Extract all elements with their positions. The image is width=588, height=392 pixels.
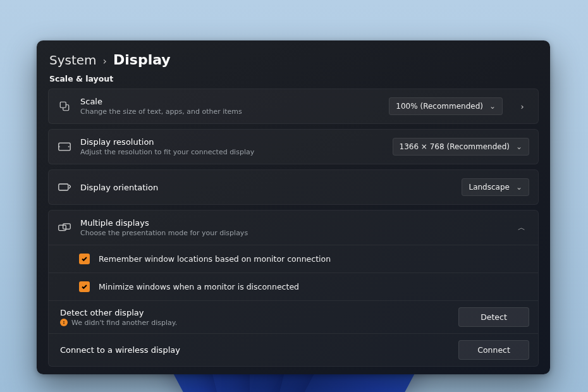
checkbox-row-remember-locations[interactable]: Remember window locations based on monit… — [49, 245, 538, 273]
checkbox-checked-icon[interactable] — [79, 281, 90, 292]
detect-display-row: Detect other display We didn't find anot… — [49, 300, 538, 333]
multiple-displays-header[interactable]: Multiple displays Choose the presentatio… — [49, 211, 538, 245]
connect-button[interactable]: Connect — [458, 340, 529, 360]
chevron-right-icon[interactable]: › — [515, 102, 529, 111]
chevron-down-icon: ⌄ — [516, 142, 522, 151]
dropdown-value: 1366 × 768 (Recommended) — [400, 142, 510, 151]
setting-row-multiple-displays: Multiple displays Choose the presentatio… — [48, 210, 539, 367]
setting-row-resolution[interactable]: Display resolution Adjust the resolution… — [48, 129, 539, 164]
svg-point-5 — [63, 321, 64, 322]
setting-title: Multiple displays — [80, 218, 505, 228]
orientation-dropdown[interactable]: Landscape ⌄ — [462, 178, 529, 196]
scale-dropdown[interactable]: 100% (Recommended) ⌄ — [389, 97, 503, 115]
dropdown-value: 100% (Recommended) — [396, 102, 483, 111]
wireless-title: Connect to a wireless display — [60, 345, 450, 355]
checkbox-checked-icon[interactable] — [79, 254, 90, 264]
breadcrumb-parent[interactable]: System — [49, 52, 97, 68]
setting-subtitle: Choose the presentation mode for your di… — [80, 229, 505, 237]
resolution-icon — [58, 142, 71, 151]
svg-rect-2 — [59, 184, 68, 190]
setting-subtitle: Adjust the resolution to fit your connec… — [80, 148, 384, 156]
chevron-down-icon: ⌄ — [516, 183, 522, 192]
setting-subtitle: Change the size of text, apps, and other… — [80, 107, 380, 116]
svg-rect-3 — [59, 225, 66, 230]
detect-button[interactable]: Detect — [458, 307, 529, 327]
breadcrumb: System › Display — [49, 52, 539, 68]
dropdown-value: Landscape — [469, 183, 509, 192]
resolution-dropdown[interactable]: 1366 × 768 (Recommended) ⌄ — [393, 138, 529, 156]
svg-rect-6 — [63, 322, 64, 324]
wireless-display-row: Connect to a wireless display Connect — [49, 333, 538, 366]
chevron-down-icon: ⌄ — [489, 102, 496, 111]
multiple-displays-icon — [58, 223, 71, 233]
checkbox-label: Minimize windows when a monitor is disco… — [99, 282, 299, 291]
warning-icon — [60, 319, 68, 326]
setting-title: Display resolution — [80, 137, 384, 147]
settings-display-panel: System › Display Scale & layout Scale Ch… — [37, 40, 550, 374]
page-title: Display — [113, 52, 171, 68]
setting-title: Display orientation — [80, 183, 453, 192]
setting-row-scale[interactable]: Scale Change the size of text, apps, and… — [48, 89, 539, 124]
detect-title: Detect other display — [60, 308, 450, 317]
orientation-icon — [58, 182, 71, 192]
setting-title: Scale — [80, 97, 380, 106]
checkbox-row-minimize-on-disconnect[interactable]: Minimize windows when a monitor is disco… — [49, 273, 538, 300]
checkbox-label: Remember window locations based on monit… — [99, 254, 331, 264]
setting-row-orientation[interactable]: Display orientation Landscape ⌄ — [48, 169, 539, 205]
section-heading-scale-layout: Scale & layout — [49, 74, 539, 83]
svg-rect-0 — [60, 102, 66, 107]
chevron-right-icon: › — [103, 55, 107, 67]
scale-icon — [58, 101, 71, 112]
chevron-up-icon[interactable]: ︿ — [514, 223, 529, 233]
svg-rect-4 — [63, 224, 71, 229]
detect-message: We didn't find another display. — [71, 319, 177, 327]
